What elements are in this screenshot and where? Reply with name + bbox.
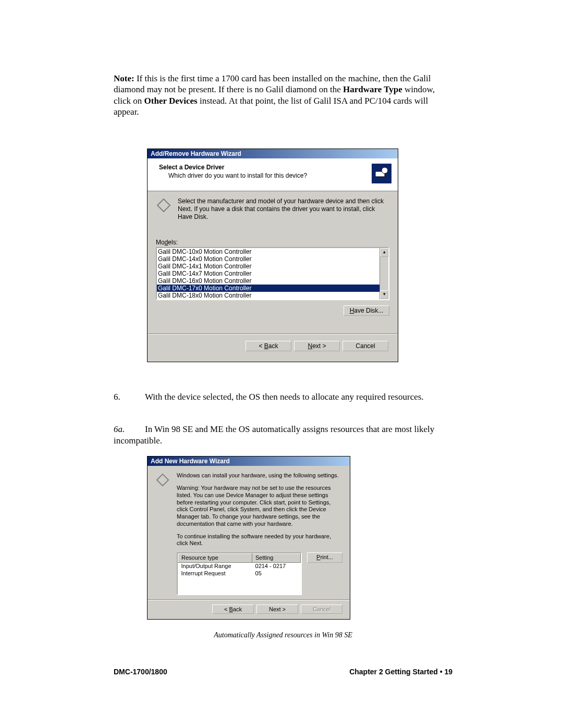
cancel-button[interactable]: Cancel xyxy=(342,341,388,351)
svg-marker-3 xyxy=(157,474,168,486)
col-setting: Setting xyxy=(252,554,301,563)
note-label: Note: xyxy=(114,73,134,83)
add-new-hardware-wizard-dialog: Add New Hardware Wizard Windows can inst… xyxy=(147,456,350,620)
models-label: Models: xyxy=(156,239,389,246)
svg-point-1 xyxy=(382,167,388,174)
dialog1-subheading: Which driver do you want to install for … xyxy=(159,171,368,179)
dialog2-line1: Windows can install your hardware, using… xyxy=(177,472,342,479)
footer-right: Chapter 2 Getting Started • 19 xyxy=(349,668,452,676)
add-remove-hardware-wizard-dialog: Add/Remove Hardware Wizard Select a Devi… xyxy=(147,149,398,362)
list-item[interactable]: Galil DMC-18x0 Motion Controller xyxy=(157,292,380,299)
list-item[interactable]: Galil DMC-14x7 Motion Controller xyxy=(157,270,380,277)
hardware-type: Hardware Type xyxy=(343,84,402,94)
list-item[interactable]: Galil DMC-17x0 Motion Controller xyxy=(157,285,380,292)
resource-table: Resource type Setting Input/Output Range… xyxy=(177,552,302,595)
dialog1-info-text: Select the manufacturer and model of you… xyxy=(178,198,389,221)
figure-caption: Automatically Assigned resources in Win … xyxy=(114,631,452,639)
table-row: Interrupt Request05 xyxy=(178,570,301,577)
scroll-up-icon[interactable]: ▴ xyxy=(380,248,388,257)
diamond-icon xyxy=(156,198,172,213)
other-devices: Other Devices xyxy=(144,96,198,106)
dialog1-heading: Select a Device Driver xyxy=(159,164,368,171)
back-button[interactable]: < Back xyxy=(246,341,291,351)
step6a-tail: incompatible. xyxy=(114,436,162,446)
print-button[interactable]: Print... xyxy=(307,552,342,563)
list-item[interactable]: Galil DMC-10x0 Motion Controller xyxy=(157,248,380,255)
dialog2-titlebar: Add New Hardware Wizard xyxy=(148,456,350,466)
col-resource-type: Resource type xyxy=(178,554,252,563)
list-item[interactable]: Galil DMC-14x1 Motion Controller xyxy=(157,263,380,270)
next-button[interactable]: Next > xyxy=(294,341,340,351)
have-disk-button[interactable]: Have Disk... xyxy=(344,305,389,316)
svg-marker-2 xyxy=(157,199,170,212)
step6a-lead: In Win 98 SE and ME the OS automatically… xyxy=(145,424,434,434)
scroll-down-icon[interactable]: ▾ xyxy=(380,290,388,299)
next-button[interactable]: Next > xyxy=(256,604,298,614)
dialog2-continue: To continue installing the software need… xyxy=(177,533,342,548)
cancel-button[interactable]: Cancel xyxy=(301,604,342,614)
footer-left: DMC-1700/1800 xyxy=(114,668,167,676)
diamond-icon xyxy=(155,472,170,488)
device-icon xyxy=(372,164,391,183)
dialog1-titlebar: Add/Remove Hardware Wizard xyxy=(148,149,398,158)
step-6: 6. With the device selected, the OS then… xyxy=(114,391,452,403)
step-6a: 6a.In Win 98 SE and ME the OS automatica… xyxy=(114,424,452,447)
step-number: 6a. xyxy=(114,424,145,435)
dialog2-warning: Warning: Your hardware may not be set to… xyxy=(177,485,342,528)
step-number: 6. xyxy=(114,391,145,403)
note-paragraph: Note: If this is the first time a 1700 c… xyxy=(114,73,452,117)
table-row: Input/Output Range0214 - 0217 xyxy=(178,562,301,570)
list-item[interactable]: Galil DMC-16x0 Motion Controller xyxy=(157,277,380,285)
page-footer: DMC-1700/1800 Chapter 2 Getting Started … xyxy=(114,668,452,676)
list-item[interactable]: Galil DMC-14x0 Motion Controller xyxy=(157,255,380,263)
scrollbar[interactable]: ▴ ▾ xyxy=(380,248,388,299)
models-listbox[interactable]: Galil DMC-10x0 Motion ControllerGalil DM… xyxy=(156,247,389,300)
dialog1-header: Select a Device Driver Which driver do y… xyxy=(148,158,398,191)
step-text: With the device selected, the OS then ne… xyxy=(145,391,452,403)
back-button[interactable]: < Back xyxy=(212,604,254,614)
